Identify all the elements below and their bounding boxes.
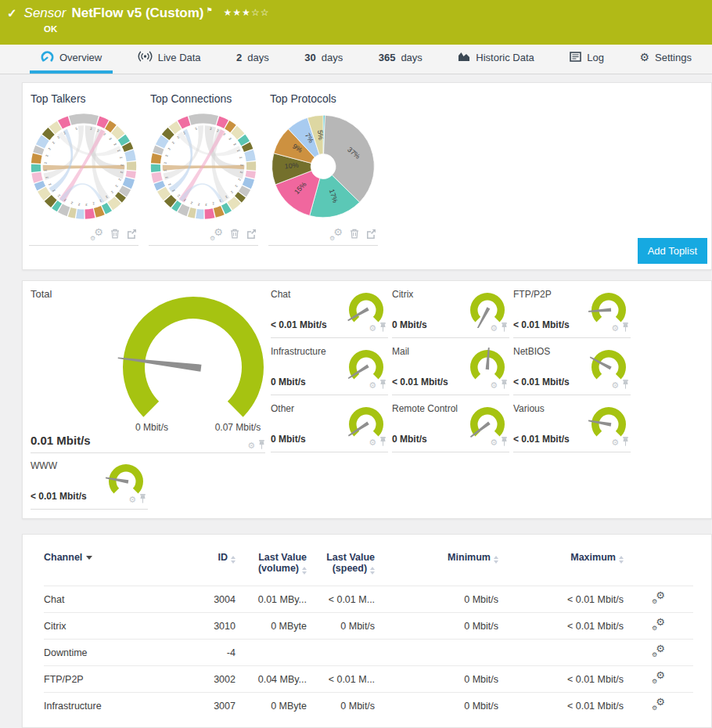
gauge-icons: ⚙ <box>369 435 387 449</box>
gauge-cell-citrix: Citrix0 Mbit/s⚙ <box>392 287 509 338</box>
tab-label: days <box>322 52 343 63</box>
column-header-maximum[interactable]: Maximum <box>498 547 624 586</box>
gauge-pin-icon[interactable] <box>501 321 508 335</box>
toplist-panel: Top Talkers22222222222222222222222222222… <box>22 82 712 270</box>
gauge-pin-icon[interactable] <box>622 435 629 449</box>
tab-live-data[interactable]: Live Data <box>127 45 212 74</box>
gauge-settings-icon[interactable]: ⚙ <box>611 438 619 447</box>
cell-min: 0 Mbit/s <box>375 613 498 640</box>
tab-log[interactable]: Log <box>559 45 615 74</box>
cell-lvs: < 0.01 M... <box>307 666 375 693</box>
svg-text:2: 2 <box>189 200 192 205</box>
tab-number: 365 <box>379 52 396 63</box>
gauge-pin-icon[interactable] <box>622 378 629 392</box>
gauge-pin-icon[interactable] <box>501 435 508 449</box>
gauge-settings-icon[interactable]: ⚙ <box>611 381 619 390</box>
cell-lvv: 0.01 MBy... <box>236 586 307 613</box>
svg-text:5: 5 <box>195 127 198 131</box>
gauge-settings-icon[interactable]: ⚙ <box>369 324 376 333</box>
total-gauge-chart <box>115 293 271 429</box>
svg-text:5: 5 <box>75 127 78 131</box>
gauge-pin-icon[interactable] <box>379 321 387 335</box>
svg-text:2: 2 <box>117 178 122 182</box>
gauge-settings-icon[interactable]: ⚙ <box>247 441 255 450</box>
gauge-pin-icon[interactable] <box>501 378 508 392</box>
gauge-pin-icon[interactable] <box>258 438 265 452</box>
tab-overview[interactable]: Overview <box>30 45 113 74</box>
open-external-icon[interactable] <box>366 228 376 242</box>
gauge-icons: ⚙ <box>369 378 387 392</box>
flag-icon[interactable]: ⚑ <box>207 6 213 14</box>
delete-icon[interactable] <box>230 228 239 242</box>
delete-icon[interactable] <box>350 228 359 242</box>
toplist-icon-row <box>29 226 138 246</box>
tab-settings[interactable]: ⚙Settings <box>628 45 703 74</box>
open-external-icon[interactable] <box>127 228 137 242</box>
gauge-settings-icon[interactable]: ⚙ <box>490 438 498 447</box>
gauge-icons: ⚙ <box>611 321 629 335</box>
delete-icon[interactable] <box>110 228 120 242</box>
gauge-settings-icon[interactable]: ⚙ <box>611 324 619 333</box>
cell-actions <box>624 693 693 719</box>
channel-settings-icon[interactable] <box>652 646 665 658</box>
channel-settings-icon[interactable] <box>652 593 665 604</box>
cell-channel: Infrastructure <box>44 693 186 719</box>
svg-text:2: 2 <box>48 182 52 186</box>
column-header-id[interactable]: ID <box>186 547 236 586</box>
gauge-cell-www: WWW< 0.01 Mbit/s⚙ <box>31 458 148 510</box>
gauge-settings-icon[interactable]: ⚙ <box>490 381 498 390</box>
tab-historic-data[interactable]: Historic Data <box>447 45 545 74</box>
tab-label: days <box>401 52 422 63</box>
gauge-pin-icon[interactable] <box>379 378 387 392</box>
table-row-downtime: Downtime-4 <box>44 640 693 666</box>
gauge-settings-icon[interactable]: ⚙ <box>369 438 376 447</box>
column-header-last-value-speed-[interactable]: Last Value (speed) <box>307 547 375 586</box>
gauge-settings-icon[interactable]: ⚙ <box>490 324 498 333</box>
svg-text:2: 2 <box>232 142 237 146</box>
sensor-title: NetFlow v5 (Custom) <box>71 5 203 21</box>
cell-id: 3007 <box>186 693 236 719</box>
channel-settings-icon[interactable] <box>652 672 665 684</box>
channel-settings-icon[interactable] <box>652 619 665 631</box>
toplist-settings-icon[interactable] <box>90 229 103 241</box>
tab-365-days[interactable]: 365days <box>368 45 433 74</box>
cell-channel: Downtime <box>44 640 186 666</box>
gauge-pin-icon[interactable] <box>379 435 387 449</box>
cell-lvs: < 0.01 M... <box>307 586 375 613</box>
channel-settings-icon[interactable] <box>652 699 665 711</box>
toplist-settings-icon[interactable] <box>329 229 343 241</box>
svg-text:2: 2 <box>114 184 119 188</box>
column-header-last-value-volume-[interactable]: Last Value (volume) <box>236 547 307 586</box>
gauge-cell-other: Other0 Mbit/s⚙ <box>271 401 388 452</box>
channel-gauge-value: 0 Mbit/s <box>392 319 427 330</box>
sort-icon <box>619 556 624 564</box>
toplist-title: Top Talkers <box>31 92 138 105</box>
gauge-settings-icon[interactable]: ⚙ <box>128 496 136 504</box>
gauge-cell-chat: Chat< 0.01 Mbit/s⚙ <box>271 287 388 338</box>
chord-diagram[interactable]: 2222222222222222222222222222252 <box>149 110 258 226</box>
stars-empty: ☆☆ <box>251 7 270 18</box>
cell-actions <box>624 613 693 640</box>
column-header-channel[interactable]: Channel <box>44 547 186 586</box>
gauge-cell-remote-control: Remote Control0 Mbit/s⚙ <box>392 401 509 452</box>
total-gauge-value: 0.01 Mbit/s <box>31 434 91 447</box>
gauge-pin-icon[interactable] <box>622 321 629 335</box>
open-external-icon[interactable] <box>246 228 257 242</box>
cell-channel: Citrix <box>44 613 186 640</box>
toplist-icon-row <box>149 226 258 246</box>
table-row-chat: Chat30040.01 MBy...< 0.01 M...0 Mbit/s< … <box>44 586 693 613</box>
svg-text:2: 2 <box>176 193 181 198</box>
tab-30-days[interactable]: 30days <box>293 45 354 74</box>
gauge-pin-icon[interactable] <box>139 492 146 506</box>
priority-stars[interactable]: ★★★☆☆ <box>224 7 270 18</box>
toplist-settings-icon[interactable] <box>210 229 223 241</box>
cell-lvv <box>236 640 307 666</box>
add-toplist-button[interactable]: Add Toplist <box>638 238 707 264</box>
column-header-minimum[interactable]: Minimum <box>375 547 498 586</box>
gauge-settings-icon[interactable]: ⚙ <box>369 381 376 390</box>
svg-text:2: 2 <box>52 140 56 144</box>
column-header-label: Minimum <box>448 552 491 563</box>
protocols-donut-chart[interactable]: 37%17%15%10%9%7%5% <box>268 110 378 226</box>
tab-2-days[interactable]: 2days <box>225 45 280 74</box>
chord-diagram[interactable]: 2222222222222222222222222222252 <box>29 110 138 226</box>
